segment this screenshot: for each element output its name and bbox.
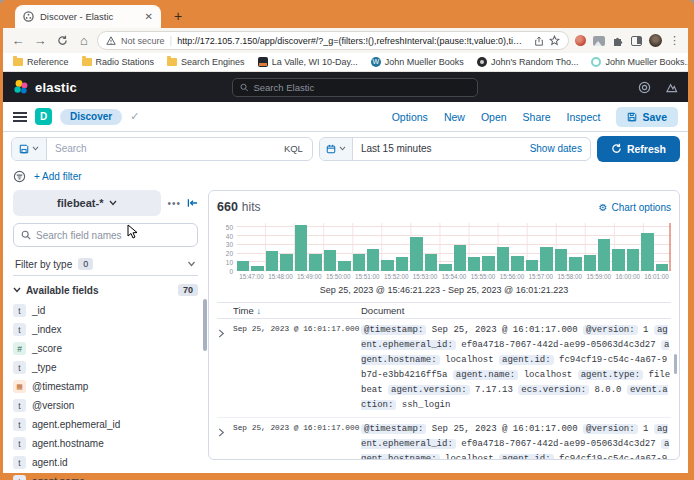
index-options-icon[interactable]: ••• xyxy=(167,198,181,209)
chart-plot-area[interactable] xyxy=(237,223,671,271)
global-search-input[interactable] xyxy=(253,82,470,93)
histogram-bar[interactable] xyxy=(410,237,422,271)
alerts-icon[interactable] xyxy=(665,81,678,94)
available-fields-header[interactable]: Available fields 70 xyxy=(13,284,198,296)
bookmark-star-icon[interactable] xyxy=(549,35,560,46)
calendar-button[interactable] xyxy=(320,138,353,160)
expand-row-icon[interactable] xyxy=(217,323,233,413)
field-item-@version[interactable]: t@version xyxy=(13,396,198,415)
histogram-bar[interactable] xyxy=(396,257,408,271)
menu-hamburger-icon[interactable] xyxy=(13,112,27,122)
histogram-bar[interactable] xyxy=(569,257,581,271)
field-item-agent.id[interactable]: tagent.id xyxy=(13,453,198,472)
inspect-button[interactable]: Inspect xyxy=(567,111,601,123)
field-item-@timestamp[interactable]: ▦@timestamp xyxy=(13,377,198,396)
histogram-bar[interactable] xyxy=(584,255,596,271)
bookmark-item[interactable]: Radio Stations xyxy=(82,57,155,67)
bookmark-item[interactable]: Reference xyxy=(13,57,69,67)
field-item-_type[interactable]: t_type xyxy=(13,358,198,377)
field-search[interactable] xyxy=(13,223,198,247)
refresh-button[interactable]: Refresh xyxy=(597,136,680,162)
histogram-bar[interactable] xyxy=(497,247,509,271)
fields-scrollbar[interactable] xyxy=(203,299,207,351)
address-bar[interactable]: Not secure | http://172.105.7.150/app/di… xyxy=(97,31,569,50)
histogram-bar[interactable] xyxy=(641,233,653,271)
save-button[interactable]: Save xyxy=(616,107,678,127)
help-icon[interactable] xyxy=(638,81,651,94)
histogram-bar[interactable] xyxy=(627,249,639,271)
sort-descending-icon[interactable]: ↓ xyxy=(256,306,261,316)
table-scrollbar[interactable] xyxy=(674,354,677,374)
histogram-bar[interactable] xyxy=(526,260,538,271)
space-badge[interactable]: D xyxy=(35,108,52,125)
open-button[interactable]: Open xyxy=(481,111,507,123)
histogram-bar[interactable] xyxy=(251,266,263,271)
histogram-bar[interactable] xyxy=(468,257,480,271)
histogram-bar[interactable] xyxy=(598,239,610,271)
field-item-_score[interactable]: #_score xyxy=(13,339,198,358)
field-item-_id[interactable]: t_id xyxy=(13,301,198,320)
histogram-bar[interactable] xyxy=(656,264,668,271)
global-search[interactable] xyxy=(232,78,478,97)
bookmark-item[interactable]: WJohn Mueller Books xyxy=(371,57,464,67)
chrome-menu-icon[interactable]: ⋮ xyxy=(669,34,680,47)
document-column-header[interactable]: Document xyxy=(361,305,671,316)
histogram-bar[interactable] xyxy=(324,250,336,271)
options-button[interactable]: Options xyxy=(392,111,428,123)
histogram-bar[interactable] xyxy=(266,251,278,271)
index-pattern-select[interactable]: filebeat-* xyxy=(13,190,161,216)
histogram-bar[interactable] xyxy=(511,256,523,271)
saved-query-button[interactable] xyxy=(12,138,47,160)
search-input[interactable] xyxy=(47,143,275,154)
bookmark-item[interactable]: John Mueller Books... xyxy=(591,57,688,67)
histogram-bar[interactable] xyxy=(237,261,249,271)
share-icon[interactable] xyxy=(534,36,544,46)
add-filter-link[interactable]: + Add filter xyxy=(34,171,82,182)
tab-close-icon[interactable]: ✕ xyxy=(145,11,153,22)
extensions-puzzle-icon[interactable] xyxy=(612,35,624,47)
reload-icon[interactable] xyxy=(53,32,71,50)
histogram-bar[interactable] xyxy=(338,261,350,271)
histogram-bar[interactable] xyxy=(555,249,567,271)
histogram-bar[interactable] xyxy=(612,249,624,271)
forward-icon[interactable]: → xyxy=(31,32,49,50)
extension-screenshot-icon[interactable] xyxy=(593,36,605,46)
histogram-bar[interactable] xyxy=(367,249,379,271)
back-icon[interactable]: ← xyxy=(9,32,27,50)
time-column-header[interactable]: Time ↓ xyxy=(233,305,361,316)
expand-row-icon[interactable] xyxy=(217,422,233,460)
filter-by-type[interactable]: Filter by type 0 xyxy=(13,253,198,276)
histogram-bar[interactable] xyxy=(439,264,451,271)
field-item-agent.ephemeral_id[interactable]: tagent.ephemeral_id xyxy=(13,415,198,434)
time-range-value[interactable]: Last 15 minutes xyxy=(353,143,522,154)
side-panel-icon[interactable] xyxy=(631,36,642,46)
kql-label[interactable]: KQL xyxy=(275,143,312,154)
profile-avatar[interactable] xyxy=(649,34,662,47)
filter-icon[interactable] xyxy=(13,170,26,183)
field-item-agent.name[interactable]: tagent.name xyxy=(13,472,198,480)
home-icon[interactable]: ⌂ xyxy=(75,32,93,50)
histogram-bar[interactable] xyxy=(295,225,307,271)
histogram-bar[interactable] xyxy=(309,254,321,271)
elastic-logo[interactable]: elastic xyxy=(13,79,77,95)
field-search-input[interactable] xyxy=(36,230,190,241)
bookmark-item[interactable]: John's Random Tho... xyxy=(477,57,579,67)
field-item-agent.hostname[interactable]: tagent.hostname xyxy=(13,434,198,453)
histogram-bar[interactable] xyxy=(381,260,393,271)
bookmark-item[interactable]: La Valle, WI 10-Day... xyxy=(258,57,358,67)
chart-options-link[interactable]: ⚙ Chart options xyxy=(599,202,671,213)
browser-tab[interactable]: Discover - Elastic ✕ xyxy=(15,5,161,28)
histogram-bar[interactable] xyxy=(353,254,365,271)
bookmark-item[interactable]: Search Engines xyxy=(167,57,245,67)
breadcrumb[interactable]: Discover xyxy=(60,109,122,125)
new-tab-button[interactable]: + xyxy=(169,8,187,26)
field-item-_index[interactable]: t_index xyxy=(13,320,198,339)
share-button[interactable]: Share xyxy=(523,111,551,123)
histogram-bar[interactable] xyxy=(482,256,494,271)
histogram-bar[interactable] xyxy=(425,254,437,271)
show-dates-link[interactable]: Show dates xyxy=(522,143,590,154)
extension-red-icon[interactable] xyxy=(575,35,586,46)
histogram-bar[interactable] xyxy=(454,245,466,271)
histogram-bar[interactable] xyxy=(280,254,292,271)
histogram-bar[interactable] xyxy=(540,247,552,271)
